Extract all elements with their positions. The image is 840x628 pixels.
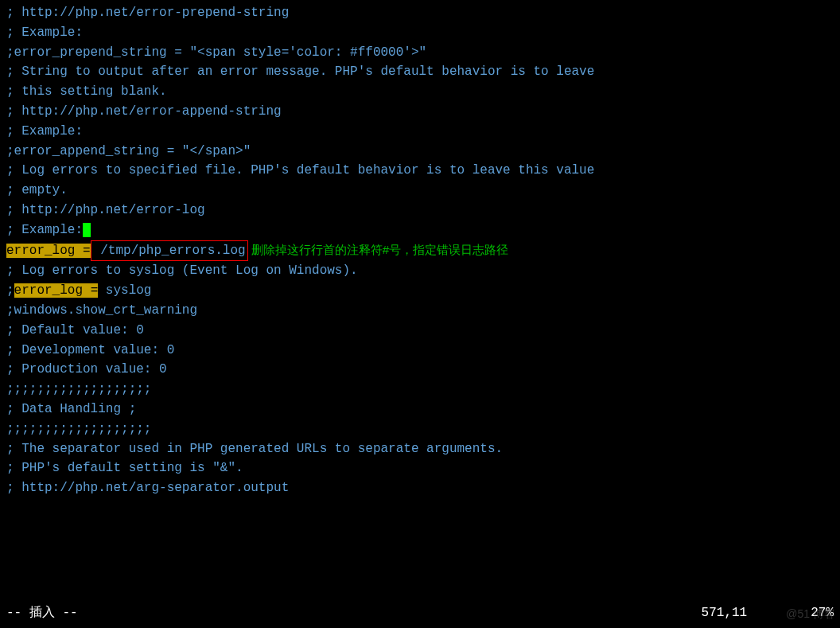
config-line: ; Example:: [6, 220, 834, 240]
config-line-active: error_log = /tmp/php_errors.log 删除掉这行行首的…: [6, 240, 834, 262]
config-line: ; http://php.net/error-log: [6, 201, 834, 220]
watermark-text: @51 博客: [786, 606, 835, 623]
config-line: ;;;;;;;;;;;;;;;;;;;: [6, 419, 834, 439]
config-line: ;;;;;;;;;;;;;;;;;;;: [6, 380, 834, 400]
config-line: ; Production value: 0: [6, 360, 834, 380]
config-line: ; http://php.net/arg-separator.output: [6, 478, 834, 498]
vim-mode-indicator: -- 插入 --: [6, 603, 78, 623]
config-line: ; Example:: [6, 122, 834, 142]
config-line: ;error_append_string = "</span>": [6, 142, 834, 162]
search-match-highlight: error_log =: [14, 283, 99, 298]
search-match-highlight: error_log =: [6, 244, 91, 258]
annotation-box: /tmp/php_errors.log: [91, 240, 248, 262]
text-fragment: syslog: [98, 283, 151, 298]
vim-status-bar: -- 插入 -- 571,11 27%: [6, 603, 834, 623]
config-line: ; http://php.net/error-append-string: [6, 102, 834, 122]
config-line: ; Default value: 0: [6, 321, 834, 341]
config-line: ; PHP's default setting is "&".: [6, 458, 834, 478]
text-fragment: ; Example:: [6, 223, 83, 237]
config-line: ; Example:: [6, 23, 834, 43]
config-line: ; empty.: [6, 181, 834, 201]
config-line: ; this setting blank.: [6, 82, 834, 102]
spacer: [78, 603, 702, 623]
config-line: ; http://php.net/error-prepend-string: [6, 3, 834, 23]
annotation-text: 删除掉这行行首的注释符#号，指定错误日志路径: [248, 243, 509, 256]
config-line: ; Data Handling ;: [6, 400, 834, 419]
config-line: ; String to output after an error messag…: [6, 62, 834, 82]
config-line: ; Log errors to syslog (Event Log on Win…: [6, 261, 834, 281]
config-line: ; The separator used in PHP generated UR…: [6, 439, 834, 459]
config-line: ;windows.show_crt_warning: [6, 301, 834, 321]
config-line: ; Development value: 0: [6, 341, 834, 361]
cursor-icon: [83, 223, 91, 237]
config-line: ;error_prepend_string = "<span style='co…: [6, 43, 834, 63]
text-fragment: ;: [6, 283, 14, 298]
config-line: ; Log errors to specified file. PHP's de…: [6, 161, 834, 181]
config-line: ;error_log = syslog: [6, 281, 834, 301]
terminal-editor[interactable]: ; http://php.net/error-prepend-string ; …: [6, 3, 834, 498]
